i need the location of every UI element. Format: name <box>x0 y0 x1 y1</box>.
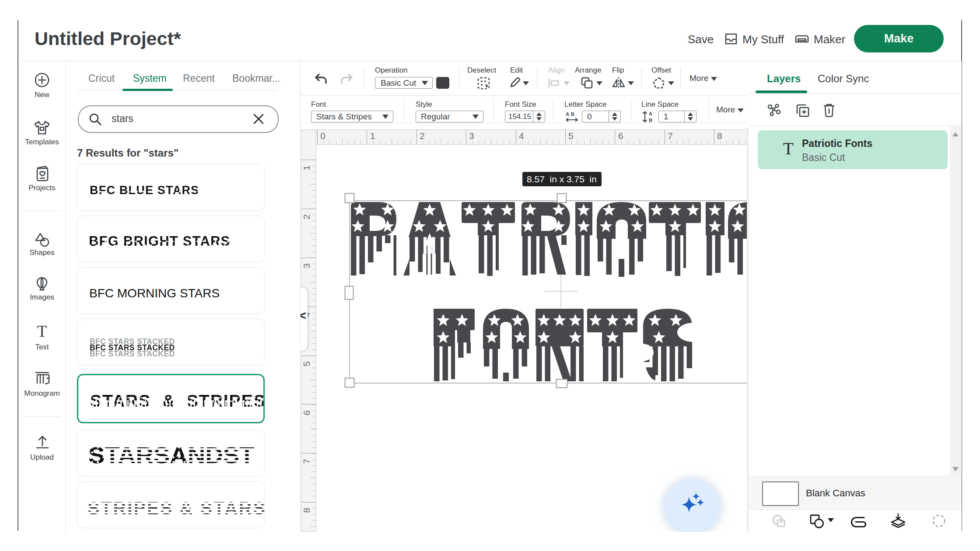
svg-text:8.57 in x 3.75 in: 8.57 in x 3.75 in <box>527 174 597 184</box>
svg-text:A: A <box>649 111 652 116</box>
svg-text:B: B <box>571 112 574 117</box>
svg-text:B: B <box>649 118 652 123</box>
svg-text:A: A <box>566 112 569 117</box>
